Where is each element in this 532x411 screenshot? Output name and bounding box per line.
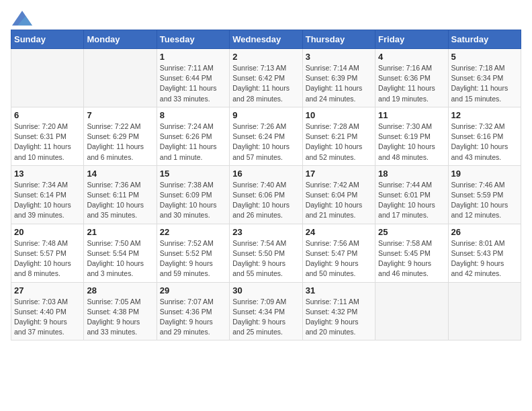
- page-header: [11, 11, 521, 21]
- day-number: 13: [14, 169, 81, 179]
- day-number: 27: [14, 285, 81, 295]
- calendar-cell: 30Sunrise: 7:09 AM Sunset: 4:34 PM Dayli…: [230, 282, 302, 340]
- calendar-table: SundayMondayTuesdayWednesdayThursdayFrid…: [11, 30, 521, 340]
- calendar-cell: 11Sunrise: 7:30 AM Sunset: 6:19 PM Dayli…: [375, 107, 448, 165]
- week-row-3: 13Sunrise: 7:34 AM Sunset: 6:14 PM Dayli…: [11, 165, 521, 224]
- day-number: 3: [306, 52, 372, 62]
- day-detail: Sunrise: 7:09 AM Sunset: 4:34 PM Dayligh…: [232, 297, 299, 338]
- calendar-cell: [375, 282, 448, 340]
- logo-icon: [12, 11, 32, 26]
- day-detail: Sunrise: 7:05 AM Sunset: 4:38 PM Dayligh…: [87, 297, 153, 338]
- day-number: 29: [160, 285, 226, 295]
- calendar-cell: 3Sunrise: 7:14 AM Sunset: 6:39 PM Daylig…: [302, 49, 375, 107]
- day-number: 26: [451, 227, 518, 237]
- day-number: 4: [378, 52, 445, 62]
- day-detail: Sunrise: 7:14 AM Sunset: 6:39 PM Dayligh…: [306, 63, 372, 104]
- day-number: 2: [232, 52, 299, 62]
- header-row: SundayMondayTuesdayWednesdayThursdayFrid…: [11, 30, 521, 49]
- day-detail: Sunrise: 7:13 AM Sunset: 6:42 PM Dayligh…: [232, 63, 299, 104]
- calendar-cell: 23Sunrise: 7:54 AM Sunset: 5:50 PM Dayli…: [230, 224, 302, 282]
- calendar-cell: 28Sunrise: 7:05 AM Sunset: 4:38 PM Dayli…: [84, 282, 157, 340]
- day-number: 14: [87, 169, 153, 179]
- day-detail: Sunrise: 7:16 AM Sunset: 6:36 PM Dayligh…: [378, 63, 445, 104]
- logo: [11, 11, 32, 21]
- week-row-4: 20Sunrise: 7:48 AM Sunset: 5:57 PM Dayli…: [11, 224, 521, 282]
- calendar-cell: 25Sunrise: 7:58 AM Sunset: 5:45 PM Dayli…: [375, 224, 448, 282]
- calendar-cell: 20Sunrise: 7:48 AM Sunset: 5:57 PM Dayli…: [11, 224, 84, 282]
- day-detail: Sunrise: 7:03 AM Sunset: 4:40 PM Dayligh…: [14, 297, 81, 338]
- day-detail: Sunrise: 7:38 AM Sunset: 6:09 PM Dayligh…: [160, 180, 226, 221]
- day-number: 6: [14, 110, 81, 120]
- col-header-wednesday: Wednesday: [230, 30, 302, 49]
- day-detail: Sunrise: 7:56 AM Sunset: 5:47 PM Dayligh…: [306, 238, 372, 279]
- calendar-cell: 21Sunrise: 7:50 AM Sunset: 5:54 PM Dayli…: [84, 224, 157, 282]
- day-detail: Sunrise: 7:46 AM Sunset: 5:59 PM Dayligh…: [451, 180, 518, 221]
- calendar-cell: 9Sunrise: 7:26 AM Sunset: 6:24 PM Daylig…: [230, 107, 302, 165]
- calendar-cell: 16Sunrise: 7:40 AM Sunset: 6:06 PM Dayli…: [230, 165, 302, 224]
- week-row-2: 6Sunrise: 7:20 AM Sunset: 6:31 PM Daylig…: [11, 107, 521, 165]
- calendar-cell: 27Sunrise: 7:03 AM Sunset: 4:40 PM Dayli…: [11, 282, 84, 340]
- week-row-5: 27Sunrise: 7:03 AM Sunset: 4:40 PM Dayli…: [11, 282, 521, 340]
- day-detail: Sunrise: 7:58 AM Sunset: 5:45 PM Dayligh…: [378, 238, 445, 279]
- col-header-monday: Monday: [84, 30, 157, 49]
- calendar-cell: 6Sunrise: 7:20 AM Sunset: 6:31 PM Daylig…: [11, 107, 84, 165]
- day-number: 20: [14, 227, 81, 237]
- calendar-cell: 14Sunrise: 7:36 AM Sunset: 6:11 PM Dayli…: [84, 165, 157, 224]
- day-number: 25: [378, 227, 445, 237]
- day-number: 17: [306, 169, 372, 179]
- day-number: 21: [87, 227, 153, 237]
- calendar-cell: 22Sunrise: 7:52 AM Sunset: 5:52 PM Dayli…: [157, 224, 229, 282]
- col-header-saturday: Saturday: [448, 30, 521, 49]
- day-detail: Sunrise: 7:24 AM Sunset: 6:26 PM Dayligh…: [160, 122, 226, 163]
- calendar-cell: 24Sunrise: 7:56 AM Sunset: 5:47 PM Dayli…: [302, 224, 375, 282]
- day-detail: Sunrise: 7:50 AM Sunset: 5:54 PM Dayligh…: [87, 238, 153, 279]
- day-detail: Sunrise: 7:52 AM Sunset: 5:52 PM Dayligh…: [160, 238, 226, 279]
- day-number: 12: [451, 110, 518, 120]
- day-number: 18: [378, 169, 445, 179]
- day-detail: Sunrise: 7:11 AM Sunset: 6:44 PM Dayligh…: [160, 63, 226, 104]
- day-number: 1: [160, 52, 226, 62]
- week-row-1: 1Sunrise: 7:11 AM Sunset: 6:44 PM Daylig…: [11, 49, 521, 107]
- calendar-cell: 31Sunrise: 7:11 AM Sunset: 4:32 PM Dayli…: [302, 282, 375, 340]
- calendar-cell: 15Sunrise: 7:38 AM Sunset: 6:09 PM Dayli…: [157, 165, 229, 224]
- day-detail: Sunrise: 7:11 AM Sunset: 4:32 PM Dayligh…: [306, 297, 372, 338]
- day-number: 31: [306, 285, 372, 295]
- calendar-cell: [84, 49, 157, 107]
- calendar-cell: 12Sunrise: 7:32 AM Sunset: 6:16 PM Dayli…: [448, 107, 521, 165]
- calendar-cell: 29Sunrise: 7:07 AM Sunset: 4:36 PM Dayli…: [157, 282, 229, 340]
- calendar-cell: [448, 282, 521, 340]
- day-detail: Sunrise: 7:34 AM Sunset: 6:14 PM Dayligh…: [14, 180, 81, 221]
- col-header-friday: Friday: [375, 30, 448, 49]
- calendar-cell: 17Sunrise: 7:42 AM Sunset: 6:04 PM Dayli…: [302, 165, 375, 224]
- day-detail: Sunrise: 7:42 AM Sunset: 6:04 PM Dayligh…: [306, 180, 372, 221]
- calendar-cell: 7Sunrise: 7:22 AM Sunset: 6:29 PM Daylig…: [84, 107, 157, 165]
- calendar-cell: 5Sunrise: 7:18 AM Sunset: 6:34 PM Daylig…: [448, 49, 521, 107]
- day-number: 30: [232, 285, 299, 295]
- day-detail: Sunrise: 7:36 AM Sunset: 6:11 PM Dayligh…: [87, 180, 153, 221]
- day-number: 5: [451, 52, 518, 62]
- calendar-cell: 13Sunrise: 7:34 AM Sunset: 6:14 PM Dayli…: [11, 165, 84, 224]
- day-number: 22: [160, 227, 226, 237]
- day-number: 24: [306, 227, 372, 237]
- day-detail: Sunrise: 7:32 AM Sunset: 6:16 PM Dayligh…: [451, 122, 518, 163]
- day-detail: Sunrise: 7:22 AM Sunset: 6:29 PM Dayligh…: [87, 122, 153, 163]
- calendar-cell: [11, 49, 84, 107]
- day-detail: Sunrise: 7:28 AM Sunset: 6:21 PM Dayligh…: [306, 122, 372, 163]
- calendar-cell: 18Sunrise: 7:44 AM Sunset: 6:01 PM Dayli…: [375, 165, 448, 224]
- col-header-thursday: Thursday: [302, 30, 375, 49]
- day-detail: Sunrise: 7:07 AM Sunset: 4:36 PM Dayligh…: [160, 297, 226, 338]
- day-number: 16: [232, 169, 299, 179]
- day-number: 8: [160, 110, 226, 120]
- day-number: 19: [451, 169, 518, 179]
- day-detail: Sunrise: 7:44 AM Sunset: 6:01 PM Dayligh…: [378, 180, 445, 221]
- day-detail: Sunrise: 7:18 AM Sunset: 6:34 PM Dayligh…: [451, 63, 518, 104]
- day-detail: Sunrise: 7:54 AM Sunset: 5:50 PM Dayligh…: [232, 238, 299, 279]
- day-detail: Sunrise: 7:20 AM Sunset: 6:31 PM Dayligh…: [14, 122, 81, 163]
- calendar-cell: 8Sunrise: 7:24 AM Sunset: 6:26 PM Daylig…: [157, 107, 229, 165]
- day-number: 7: [87, 110, 153, 120]
- day-number: 10: [306, 110, 372, 120]
- day-detail: Sunrise: 8:01 AM Sunset: 5:43 PM Dayligh…: [451, 238, 518, 279]
- calendar-cell: 19Sunrise: 7:46 AM Sunset: 5:59 PM Dayli…: [448, 165, 521, 224]
- day-number: 11: [378, 110, 445, 120]
- day-number: 15: [160, 169, 226, 179]
